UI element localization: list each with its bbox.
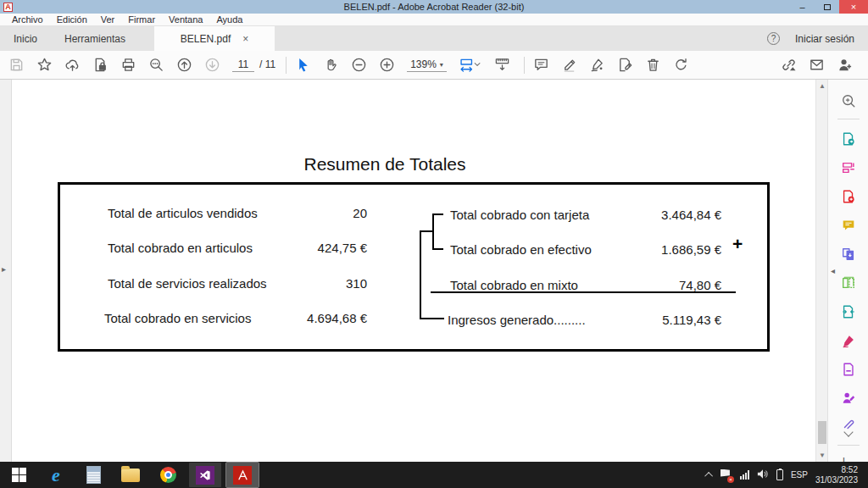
menu-firmar[interactable]: Firmar xyxy=(128,14,155,25)
more-tools-icon[interactable] xyxy=(828,413,868,441)
menu-ventana[interactable]: Ventana xyxy=(169,14,203,25)
hand-tool-icon[interactable] xyxy=(323,57,339,73)
page-number-input[interactable]: 11 xyxy=(232,58,254,72)
stamp-icon[interactable] xyxy=(617,57,633,73)
maximize-button[interactable] xyxy=(815,0,839,14)
share-link-icon[interactable] xyxy=(781,57,797,73)
title-bar: A BELEN.pdf - Adobe Acrobat Reader (32-b… xyxy=(0,0,868,14)
volume-icon[interactable] xyxy=(757,468,769,483)
chrome-button[interactable] xyxy=(149,462,186,488)
acrobat-reader-button[interactable] xyxy=(226,463,259,487)
help-icon[interactable]: ? xyxy=(767,32,780,45)
delete-icon[interactable] xyxy=(645,57,661,73)
search-tools-icon[interactable] xyxy=(828,86,868,115)
next-view-icon[interactable] xyxy=(204,57,220,73)
profile-add-icon[interactable] xyxy=(837,57,853,73)
system-tray: × ESP 8:52 31/03/2023 xyxy=(707,465,868,485)
prepare-form-icon[interactable] xyxy=(828,355,868,384)
visual-studio-icon xyxy=(196,466,214,485)
menu-ayuda[interactable]: Ayuda xyxy=(216,14,242,25)
search-icon[interactable] xyxy=(148,57,164,73)
flag-alert-badge: × xyxy=(727,476,734,483)
page-width-icon[interactable] xyxy=(494,57,510,73)
cloud-upload-icon[interactable] xyxy=(64,57,81,73)
doc-row-label: Ingresos generado......... xyxy=(448,313,586,327)
doc-row-label: Total de articulos vendidos xyxy=(108,206,258,220)
zoom-out-icon[interactable] xyxy=(351,57,367,73)
organize-pages-icon[interactable] xyxy=(828,269,868,297)
zoom-level-value: 139% xyxy=(410,58,437,70)
tray-expand-icon[interactable] xyxy=(704,472,713,480)
tab-herramientas[interactable]: Herramientas xyxy=(51,26,139,51)
nav-pane-expand-icon[interactable]: ▸ xyxy=(2,264,6,274)
network-signal-icon[interactable] xyxy=(740,470,749,480)
create-pdf-icon[interactable] xyxy=(828,182,868,211)
chrome-icon xyxy=(160,467,176,483)
vertical-scrollbar[interactable]: ▲ ▼ xyxy=(815,80,827,462)
tools-pane: ◂ xyxy=(827,80,868,462)
internet-explorer-button[interactable]: e xyxy=(37,462,75,488)
edit-pdf-icon[interactable] xyxy=(828,153,868,182)
scroll-thumb[interactable] xyxy=(818,421,826,444)
action-center-flag-icon[interactable]: × xyxy=(721,469,732,481)
language-indicator[interactable]: ESP xyxy=(791,470,808,480)
highlight-icon[interactable] xyxy=(561,57,577,73)
scroll-down-icon[interactable]: ▼ xyxy=(816,452,828,459)
acrobat-reader-icon xyxy=(233,466,252,485)
zoom-level-control[interactable]: 139% ▾ xyxy=(407,58,447,72)
tab-inicio[interactable]: Inicio xyxy=(0,26,51,51)
page-navigation: 11 / 11 xyxy=(232,58,275,72)
ie-icon: e xyxy=(52,467,60,484)
toolbar-right-group xyxy=(781,57,868,73)
print-icon[interactable] xyxy=(120,57,136,73)
menu-archivo[interactable]: Archivo xyxy=(12,14,43,25)
scroll-up-icon[interactable]: ▲ xyxy=(816,82,828,90)
save-icon[interactable] xyxy=(8,57,25,73)
sign-icon[interactable] xyxy=(589,57,605,73)
previous-view-icon[interactable] xyxy=(176,57,192,73)
bracket-line xyxy=(420,230,434,232)
clock[interactable]: 8:52 31/03/2023 xyxy=(815,465,861,485)
window-title: BELEN.pdf - Adobe Acrobat Reader (32-bit… xyxy=(0,2,868,12)
doc-row-value: 4.694,68 € xyxy=(254,311,367,325)
clock-date: 31/03/2023 xyxy=(815,475,858,485)
bracket-line xyxy=(420,318,444,319)
menu-ver[interactable]: Ver xyxy=(101,14,115,25)
comment-icon[interactable] xyxy=(533,57,549,73)
tab-document[interactable]: BELEN.pdf × xyxy=(154,26,275,51)
comment-tool-icon[interactable] xyxy=(828,211,868,240)
document-area: ▸ Resumen de Totales Total de articulos … xyxy=(0,80,868,462)
bracket-line xyxy=(432,248,443,250)
combine-files-icon[interactable] xyxy=(828,240,868,269)
start-button[interactable] xyxy=(0,462,37,488)
menu-edicion[interactable]: Edición xyxy=(57,14,87,25)
zoom-in-icon[interactable] xyxy=(379,57,395,73)
rotate-icon[interactable] xyxy=(673,57,689,73)
star-icon[interactable] xyxy=(36,57,53,73)
navigation-pane-strip[interactable]: ▸ xyxy=(0,80,12,462)
visual-studio-button[interactable] xyxy=(189,463,221,487)
zoom-caret-icon: ▾ xyxy=(440,61,443,69)
email-icon[interactable] xyxy=(809,57,825,73)
close-button[interactable]: × xyxy=(839,0,868,14)
battery-icon[interactable] xyxy=(776,469,783,480)
sign-in-button[interactable]: Iniciar sesión xyxy=(795,33,854,45)
calculator-button[interactable] xyxy=(75,462,112,488)
tab-close-icon[interactable]: × xyxy=(242,33,248,45)
doc-row-label: Total cobrado con tarjeta xyxy=(450,208,589,222)
select-tool-icon[interactable] xyxy=(295,57,311,73)
export-pdf-icon[interactable] xyxy=(828,125,868,153)
file-explorer-button[interactable] xyxy=(112,462,149,488)
minimize-button[interactable]: – xyxy=(790,0,815,14)
page-display-mode-icon[interactable] xyxy=(459,57,482,73)
doc-row-value: 310 xyxy=(254,276,367,291)
clock-time: 8:52 xyxy=(815,465,858,475)
doc-row-value: 74,80 € xyxy=(585,278,721,292)
maximize-icon xyxy=(824,4,831,10)
fill-sign-icon[interactable] xyxy=(828,326,868,355)
compress-pdf-icon[interactable] xyxy=(828,297,868,326)
page-lock-icon[interactable] xyxy=(92,57,108,73)
menu-bar: Archivo Edición Ver Firmar Ventana Ayuda xyxy=(0,14,868,26)
bracket-line xyxy=(420,230,421,319)
request-signatures-icon[interactable] xyxy=(828,384,868,413)
